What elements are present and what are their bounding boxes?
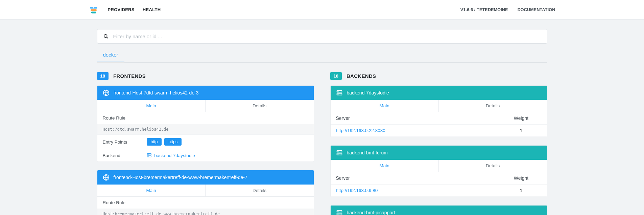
subtab-main[interactable]: Main [97, 100, 206, 112]
subtab-details[interactable]: Details [206, 185, 314, 197]
backends-column: 18 BACKENDS backend-7daystodie Main Deta… [330, 72, 547, 215]
server-weight: 1 [501, 128, 542, 133]
server-icon [336, 149, 343, 156]
svg-rect-2 [91, 12, 96, 13]
nav-health[interactable]: HEALTH [143, 7, 161, 12]
backends-count-badge: 18 [330, 72, 342, 80]
server-weight: 1 [501, 188, 542, 193]
entrypoint-https-pill: https [164, 138, 182, 146]
frontends-title: FRONTENDS [113, 73, 146, 79]
backend-card: backend-7daystodie Main Details Server W… [330, 85, 547, 137]
route-rule-value: Host:7dtd.swarm.helios42.de [97, 124, 314, 135]
server-link[interactable]: http://192.168.0.22:8080 [336, 128, 385, 133]
col-server: Server [336, 175, 501, 181]
label-route-rule: Route Rule [103, 115, 147, 121]
subtab-main[interactable]: Main [97, 185, 206, 197]
traefik-logo [89, 5, 98, 15]
svg-point-18 [338, 151, 338, 152]
subtab-details[interactable]: Details [206, 100, 314, 112]
col-weight: Weight [501, 115, 542, 121]
backend-card: backend-bmt-picapport [330, 205, 547, 215]
subtab-main[interactable]: Main [331, 100, 439, 112]
backend-name: backend-bmt-picapport [347, 210, 395, 215]
svg-line-5 [106, 37, 108, 38]
frontend-name: frontend-Host-7dtd-swarm-helios42-de-3 [114, 90, 199, 95]
col-server: Server [336, 115, 501, 121]
frontend-card: frontend-Host-bremermakertreff-de-www-br… [97, 170, 314, 215]
backend-name: backend-bmt-forum [347, 150, 388, 155]
backends-title: BACKENDS [347, 73, 376, 79]
server-link[interactable]: http://192.168.0.9:80 [336, 188, 378, 193]
server-icon [147, 153, 152, 158]
server-icon [336, 89, 343, 96]
svg-point-3 [93, 7, 94, 8]
nav-documentation[interactable]: DOCUMENTATION [518, 7, 555, 12]
svg-point-15 [338, 94, 338, 94]
search-input[interactable] [113, 34, 541, 39]
backend-server-row: http://192.168.0.22:8080 1 [331, 125, 547, 137]
server-icon [336, 209, 343, 215]
svg-point-14 [338, 91, 338, 92]
svg-point-9 [148, 154, 148, 154]
backend-card: backend-bmt-forum Main Details Server We… [330, 145, 547, 197]
search-icon [103, 34, 109, 39]
label-route-rule: Route Rule [103, 200, 147, 205]
nav-version[interactable]: V1.6.6 / TETEDEMOINE [460, 7, 508, 12]
svg-point-22 [338, 211, 338, 212]
svg-point-23 [338, 214, 338, 214]
backend-link[interactable]: backend-7daystodie [154, 153, 195, 158]
frontend-card: frontend-Host-7dtd-swarm-helios42-de-3 M… [97, 85, 314, 162]
label-backend: Backend [103, 153, 147, 158]
topbar: PROVIDERS HEALTH V1.6.6 / TETEDEMOINE DO… [0, 0, 644, 20]
backend-name: backend-7daystodie [347, 90, 389, 95]
subtab-details[interactable]: Details [439, 100, 547, 112]
svg-point-19 [338, 154, 338, 154]
frontends-count-badge: 18 [97, 72, 109, 80]
provider-tabs: docker [97, 48, 547, 63]
subtab-details[interactable]: Details [439, 160, 547, 172]
frontend-name: frontend-Host-bremermakertreff-de-www-br… [114, 175, 247, 180]
svg-rect-1 [91, 9, 97, 11]
subtab-main[interactable]: Main [331, 160, 439, 172]
route-rule-value: Host:bremermakertreff.de,www.bremermaker… [97, 209, 314, 215]
globe-icon [103, 174, 110, 181]
search-box[interactable] [97, 29, 547, 44]
label-entry-points: Entry Points [103, 139, 147, 145]
tab-docker[interactable]: docker [97, 48, 124, 62]
svg-point-10 [148, 156, 148, 156]
nav-providers[interactable]: PROVIDERS [108, 7, 135, 12]
globe-icon [103, 89, 110, 96]
svg-point-4 [104, 35, 107, 38]
col-weight: Weight [501, 175, 542, 181]
backend-server-row: http://192.168.0.9:80 1 [331, 185, 547, 197]
entrypoint-http-pill: http [147, 138, 162, 146]
frontends-column: 18 FRONTENDS frontend-Host-7dtd-swarm-he… [97, 72, 314, 215]
